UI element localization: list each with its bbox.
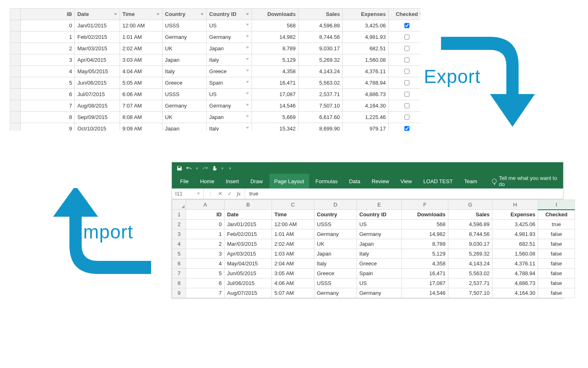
- cell-sales[interactable]: 4,143.24: [298, 66, 343, 77]
- chevron-down-icon[interactable]: [246, 92, 249, 94]
- column-header-e[interactable]: E: [357, 200, 402, 210]
- ribbon-tab-view[interactable]: View: [396, 174, 417, 188]
- cell[interactable]: 17,087: [402, 278, 448, 288]
- column-header-i[interactable]: I: [538, 200, 575, 210]
- cell-time[interactable]: 4:04 AM: [120, 66, 162, 77]
- cell[interactable]: 7,507.10: [448, 288, 492, 298]
- checked-checkbox[interactable]: [405, 80, 410, 85]
- cell[interactable]: 6: [186, 278, 225, 288]
- cell[interactable]: 4,981.93: [492, 229, 538, 239]
- cell[interactable]: 5: [186, 269, 225, 278]
- filter-icon[interactable]: [246, 13, 249, 15]
- cell-sales[interactable]: 6,617.60: [298, 112, 343, 123]
- cell-downloads[interactable]: 568: [252, 20, 298, 31]
- cell[interactable]: Feb/02/2015: [225, 229, 272, 239]
- checked-checkbox[interactable]: [405, 34, 410, 39]
- column-header-d[interactable]: D: [314, 200, 357, 210]
- cell[interactable]: 3: [186, 249, 225, 259]
- cell[interactable]: 4,596.89: [448, 220, 492, 229]
- cell[interactable]: Mar/03/2015: [225, 239, 272, 249]
- cell[interactable]: 12:00 AM: [272, 220, 314, 229]
- row-header[interactable]: 9: [172, 288, 186, 298]
- checked-checkbox[interactable]: [405, 126, 410, 131]
- cell-sales[interactable]: 8,699.90: [298, 123, 343, 131]
- table-row[interactable]: 9Oct/10/20159:09 AMJapanItaly15,3428,699…: [10, 123, 421, 131]
- cell-checked[interactable]: [388, 89, 421, 100]
- cell[interactable]: US: [357, 220, 402, 229]
- cell-id[interactable]: 1: [21, 31, 75, 43]
- cell[interactable]: 2,537.71: [448, 278, 492, 288]
- col-header-country[interactable]: Country: [163, 9, 207, 20]
- cell[interactable]: 0: [186, 220, 225, 229]
- redo-icon[interactable]: [202, 166, 208, 171]
- cell-id[interactable]: 7: [21, 100, 75, 112]
- cell-time[interactable]: 6:06 AM: [120, 89, 162, 100]
- cell-expenses[interactable]: 682.51: [343, 43, 388, 54]
- cell[interactable]: 4,358: [402, 259, 448, 269]
- filter-icon[interactable]: [114, 13, 117, 15]
- cell-checked[interactable]: [388, 77, 421, 89]
- cell-id[interactable]: 9: [21, 123, 75, 131]
- chevron-down-icon[interactable]: [246, 115, 249, 117]
- cell[interactable]: 5,563.02: [448, 269, 492, 278]
- ribbon-tab-team[interactable]: Team: [459, 174, 482, 188]
- cell-id[interactable]: 5: [21, 77, 75, 89]
- cell[interactable]: 8,789: [402, 239, 448, 249]
- cell[interactable]: 5,129: [402, 249, 448, 259]
- chevron-down-icon[interactable]: [246, 127, 249, 129]
- cell-downloads[interactable]: 15,342: [252, 123, 298, 131]
- cancel-formula-button[interactable]: ✕: [218, 191, 223, 197]
- cell-downloads[interactable]: 4,358: [252, 66, 298, 77]
- cell-id[interactable]: 0: [21, 20, 75, 31]
- cell[interactable]: Germany: [314, 288, 357, 298]
- cell-expenses[interactable]: 4,376.11: [343, 66, 388, 77]
- cell[interactable]: 3,425.06: [492, 220, 538, 229]
- cell-country[interactable]: USSS: [163, 89, 207, 100]
- ribbon-tab-review[interactable]: Review: [367, 174, 394, 188]
- cell-sales[interactable]: 9,030.17: [298, 43, 343, 54]
- cell[interactable]: Country: [314, 210, 357, 220]
- cell[interactable]: 8,744.56: [448, 229, 492, 239]
- sheet-row[interactable]: 53Apr/03/20151:03 AMJapanItaly5,1295,269…: [172, 249, 575, 259]
- chevron-down-icon[interactable]: [246, 24, 249, 26]
- cell[interactable]: Japan: [314, 249, 357, 259]
- cell-sales[interactable]: 7,507.10: [298, 100, 343, 112]
- cell[interactable]: 5:07 AM: [272, 288, 314, 298]
- chevron-down-icon[interactable]: ▾: [221, 166, 223, 171]
- cell[interactable]: May/04/2015: [225, 259, 272, 269]
- cell-downloads[interactable]: 5,129: [252, 54, 298, 66]
- cell-expenses[interactable]: 4,981.93: [343, 31, 388, 43]
- cell-country[interactable]: UK: [163, 112, 207, 123]
- filter-icon[interactable]: [69, 13, 72, 15]
- cell-sales[interactable]: 8,744.56: [298, 31, 343, 43]
- cell-checked[interactable]: [388, 100, 421, 112]
- cell[interactable]: Italy: [314, 259, 357, 269]
- cell[interactable]: 2:04 AM: [272, 259, 314, 269]
- cell[interactable]: 1,560.08: [492, 249, 538, 259]
- table-row[interactable]: 6Jul/07/20156:06 AMUSSSUS17,0872,537.714…: [10, 89, 421, 100]
- cell-id[interactable]: 6: [21, 89, 75, 100]
- cell[interactable]: 1:03 AM: [272, 249, 314, 259]
- cell-countryid-dropdown[interactable]: Greece: [207, 66, 252, 77]
- cell-downloads[interactable]: 16,471: [252, 77, 298, 89]
- cell-country[interactable]: Germany: [163, 31, 207, 43]
- cell[interactable]: Downloads: [402, 210, 448, 220]
- save-icon[interactable]: [177, 166, 182, 171]
- row-header[interactable]: 2: [172, 220, 186, 229]
- chevron-down-icon[interactable]: [246, 47, 249, 49]
- cell-sales[interactable]: 5,563.02: [298, 77, 343, 89]
- cell-id[interactable]: 2: [21, 43, 75, 54]
- cell[interactable]: false: [538, 288, 575, 298]
- cell-expenses[interactable]: 4,164.30: [343, 100, 388, 112]
- chevron-down-icon[interactable]: [246, 81, 249, 83]
- ribbon-tab-insert[interactable]: Insert: [221, 174, 244, 188]
- cell-time[interactable]: 3:03 AM: [120, 54, 162, 66]
- checked-checkbox[interactable]: [405, 92, 410, 96]
- table-row[interactable]: 1Feb/02/20151:01 AMGermanyGermany14,9828…: [10, 31, 421, 43]
- filter-icon[interactable]: [419, 13, 421, 15]
- cell[interactable]: Greece: [357, 259, 402, 269]
- cell-date[interactable]: Jan/01/2015: [75, 20, 120, 31]
- cell[interactable]: US: [357, 278, 402, 288]
- cell-country[interactable]: Italy: [163, 66, 207, 77]
- col-header-checked[interactable]: Checked: [388, 9, 421, 20]
